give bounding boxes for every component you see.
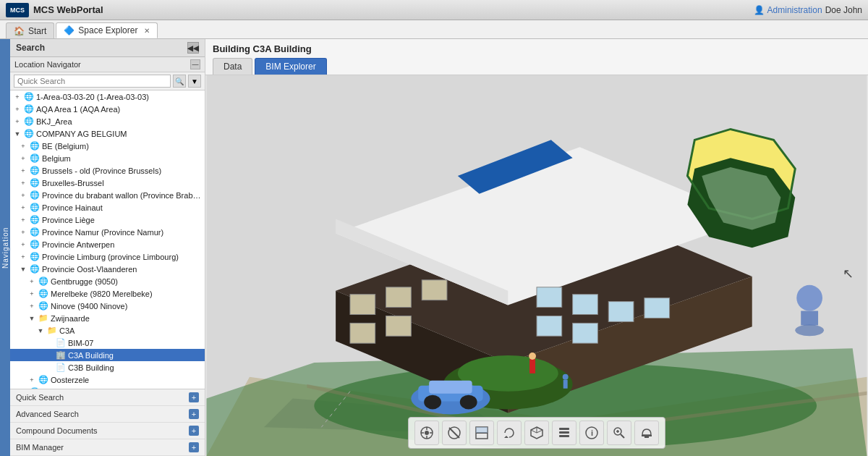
tree-item-22[interactable]: 🏢C3A Building [10, 349, 205, 361]
tree-expand-11[interactable]: + [19, 216, 27, 224]
tree-item-17[interactable]: +🌐Merelbeke (9820 Merelbeke) [10, 287, 205, 300]
tree-item-18[interactable]: +🌐Ninove (9400 Ninove) [10, 300, 205, 312]
tree-item-20[interactable]: ▼📁C3A [10, 324, 205, 337]
main: Navigation Search ◀◀ Location Navigator … [0, 39, 868, 456]
tree-expand-8[interactable]: + [19, 179, 27, 187]
tree-item-9[interactable]: +🌐Province du brabant wallon (Province B… [10, 189, 205, 201]
app-title: MCS WebPortal [33, 4, 103, 15]
rotate-button[interactable] [497, 421, 522, 445]
tabbar: 🏠 Start 🔷 Space Explorer ✕ [0, 20, 868, 39]
info-button[interactable]: i [579, 421, 604, 445]
tree-item-21[interactable]: 📄BIM-07 [10, 337, 205, 349]
tab-space-explorer[interactable]: 🔷 Space Explorer ✕ [56, 22, 158, 38]
tree-item-16[interactable]: +🌐Gentbrugge (9050) [10, 275, 205, 287]
tab-start[interactable]: 🏠 Start [6, 22, 54, 38]
svg-point-29 [529, 352, 536, 360]
tree-item-2[interactable]: +🌐AQA Area 1 (AQA Area) [10, 103, 205, 115]
tree-item-6[interactable]: +🌐Belgium [10, 152, 205, 164]
advanced-search-item[interactable]: Advanced Search + [10, 406, 205, 423]
tree-expand-5[interactable]: + [19, 142, 27, 151]
tree-label-20: C3A [59, 326, 75, 335]
tree-item-23[interactable]: 📄C3B Building [10, 361, 205, 373]
admin-label[interactable]: Administration [767, 5, 822, 15]
tools-button[interactable] [552, 421, 576, 445]
search-button[interactable]: 🔍 [173, 75, 186, 88]
svg-point-33 [424, 395, 441, 410]
tree-expand-6[interactable]: + [19, 154, 27, 163]
content-title: Building C3A Building [213, 43, 861, 54]
svg-rect-13 [422, 280, 447, 300]
tree-item-15[interactable]: ▼🌐Provincie Oost-Vlaanderen [10, 263, 205, 275]
location-collapse-button[interactable]: — [190, 59, 200, 69]
quick-search-input[interactable] [14, 75, 171, 88]
svg-point-39 [563, 374, 569, 380]
tree-item-11[interactable]: +🌐Province Liège [10, 214, 205, 226]
section-button[interactable] [469, 421, 494, 445]
helmet-button[interactable] [634, 421, 659, 445]
tree-item-3[interactable]: +🌐BKJ_Area [10, 115, 205, 127]
tree-item-14[interactable]: +🌐Provincie Limburg (province Limbourg) [10, 250, 205, 263]
nav-label: Navigation [0, 39, 10, 456]
hide-button[interactable] [442, 421, 467, 445]
tree-expand-2[interactable]: + [13, 105, 22, 114]
tree-expand-9[interactable]: + [19, 191, 27, 200]
tree-icon-11: 🌐 [30, 215, 40, 224]
box-button[interactable] [524, 421, 549, 445]
tab-data[interactable]: Data [213, 58, 252, 75]
tree-item-13[interactable]: +🌐Provincie Antwerpen [10, 238, 205, 250]
bim-manager-item[interactable]: BIM Manager + [10, 439, 205, 456]
viewer-toolbar: i [408, 417, 665, 449]
bim-viewer[interactable]: ↖ [205, 75, 868, 456]
svg-point-37 [795, 324, 824, 336]
user-name: Doe John [825, 5, 862, 15]
tree-expand-19[interactable]: ▼ [27, 314, 36, 323]
tree-item-1[interactable]: +🌐1-Area-03-03-20 (1-Area-03-03) [10, 90, 205, 103]
filter-button[interactable]: ▼ [188, 75, 201, 88]
svg-marker-53 [504, 436, 509, 438]
tree-expand-20[interactable]: ▼ [36, 326, 45, 335]
view-all-button[interactable] [414, 421, 439, 445]
tree-expand-15[interactable]: ▼ [19, 265, 27, 274]
tree-icon-6: 🌐 [30, 153, 40, 163]
svg-rect-58 [559, 431, 569, 434]
tree-expand-12[interactable]: + [19, 228, 27, 237]
compound-documents-plus-icon[interactable]: + [189, 426, 199, 436]
tree-label-12: Province Namur (Province Namur) [42, 228, 163, 237]
svg-rect-59 [559, 435, 569, 437]
tree-expand-14[interactable]: + [19, 253, 27, 261]
tree-icon-18: 🌐 [38, 301, 48, 311]
svg-rect-52 [476, 427, 488, 433]
advanced-search-plus-icon[interactable]: + [189, 409, 199, 419]
compound-documents-item[interactable]: Compound Documents + [10, 423, 205, 439]
tree-item-12[interactable]: +🌐Province Namur (Province Namur) [10, 226, 205, 238]
tab-close-icon[interactable]: ✕ [144, 27, 150, 35]
tree-expand-7[interactable]: + [19, 166, 27, 175]
tree-expand-22 [45, 351, 54, 360]
svg-rect-32 [429, 381, 472, 394]
tree-expand-17[interactable]: + [27, 290, 36, 298]
tree-item-24[interactable]: +🌐Oosterzele [10, 373, 205, 386]
tree-expand-16[interactable]: + [27, 277, 36, 286]
tree-expand-4[interactable]: ▼ [13, 130, 22, 138]
quick-search-bottom[interactable]: Quick Search + [10, 389, 205, 406]
tree-expand-13[interactable]: + [19, 240, 27, 249]
tree-item-8[interactable]: +🌐Bruxelles-Brussel [10, 177, 205, 189]
tab-bim-explorer[interactable]: BIM Explorer [255, 58, 326, 75]
tree-item-5[interactable]: +🌐BE (Belgium) [10, 140, 205, 152]
tree-icon-23: 📄 [56, 363, 66, 372]
tree-item-10[interactable]: +🌐Province Hainaut [10, 201, 205, 214]
tree-label-17: Merelbeke (9820 Merelbeke) [51, 290, 153, 298]
tree-expand-18[interactable]: + [27, 302, 36, 311]
tree-expand-10[interactable]: + [19, 203, 27, 212]
quick-search-plus-icon[interactable]: + [189, 392, 199, 402]
tree-item-19[interactable]: ▼📁Zwijnaarde [10, 312, 205, 324]
collapse-button[interactable]: ◀◀ [187, 42, 199, 54]
tree-item-4[interactable]: ▼🌐COMPANY AG BELGIUM [10, 127, 205, 140]
content-tabs: Data BIM Explorer [213, 58, 861, 75]
zoom-button[interactable] [607, 421, 631, 445]
bim-manager-plus-icon[interactable]: + [189, 442, 199, 452]
tree-expand-3[interactable]: + [13, 117, 22, 126]
tree-expand-1[interactable]: + [13, 93, 22, 101]
tree-expand-24[interactable]: + [27, 376, 36, 384]
tree-item-7[interactable]: +🌐Brussels - old (Province Brussels) [10, 164, 205, 177]
